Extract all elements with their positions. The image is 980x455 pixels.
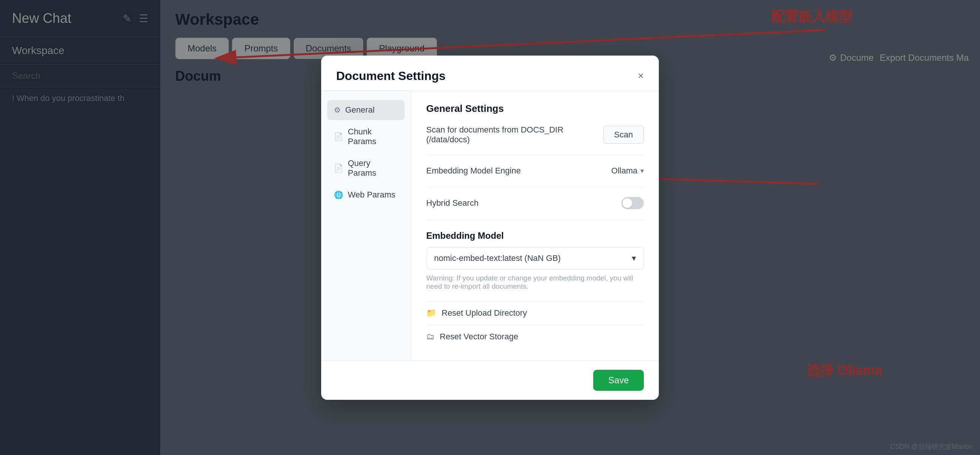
scan-row: Scan for documents from DOCS_DIR (/data/…: [426, 125, 644, 155]
save-button[interactable]: Save: [593, 370, 644, 391]
modal-main-content: General Settings Scan for documents from…: [411, 91, 659, 361]
embedding-model-section: Embedding Model nomic-embed-text:latest …: [426, 230, 644, 291]
globe-nav-icon: 🌐: [334, 190, 343, 200]
modal-nav-general[interactable]: ⚙ General: [327, 100, 405, 120]
gear-nav-icon: ⚙: [334, 105, 340, 115]
reset-vector-storage-label: Reset Vector Storage: [440, 332, 518, 342]
reset-upload-dir-label: Reset Upload Directory: [442, 308, 527, 318]
modal-nav-query-params-label: Query Params: [348, 158, 398, 178]
modal-nav-query-params[interactable]: 📄 Query Params: [327, 153, 405, 183]
embedding-warning-text: Warning: If you update or change your em…: [426, 274, 644, 291]
scan-button[interactable]: Scan: [603, 126, 644, 144]
general-settings-title: General Settings: [426, 103, 644, 115]
folder-icon: 📁: [426, 308, 436, 318]
modal-title: Document Settings: [336, 69, 446, 83]
hybrid-search-label: Hybrid Search: [426, 198, 478, 208]
scan-label: Scan for documents from DOCS_DIR (/data/…: [426, 125, 603, 145]
storage-icon: 🗂: [426, 332, 434, 342]
embedding-engine-row: Embedding Model Engine Ollama ▾: [426, 166, 644, 187]
modal-nav-chunk-params[interactable]: 📄 Chunk Params: [327, 121, 405, 152]
chevron-down-embed-icon: ▾: [632, 254, 636, 263]
embedding-model-value: nomic-embed-text:latest (NaN GB): [434, 254, 560, 263]
file2-nav-icon: 📄: [334, 164, 343, 173]
document-settings-modal: Document Settings × ⚙ General 📄 Chunk Pa…: [321, 56, 659, 400]
reset-vector-storage-action[interactable]: 🗂 Reset Vector Storage: [426, 325, 644, 348]
chevron-down-icon: ▾: [640, 167, 644, 175]
modal-close-button[interactable]: ×: [638, 70, 644, 81]
modal-overlay: Document Settings × ⚙ General 📄 Chunk Pa…: [0, 0, 980, 455]
embedding-model-title: Embedding Model: [426, 230, 644, 241]
embedding-model-select[interactable]: nomic-embed-text:latest (NaN GB) ▾: [426, 247, 644, 270]
engine-value: Ollama: [611, 166, 638, 176]
hybrid-search-toggle[interactable]: [621, 197, 644, 209]
file-nav-icon: 📄: [334, 132, 343, 141]
modal-header: Document Settings ×: [321, 56, 659, 91]
embedding-engine-label: Embedding Model Engine: [426, 166, 521, 176]
modal-nav-chunk-params-label: Chunk Params: [348, 127, 398, 147]
modal-body: ⚙ General 📄 Chunk Params 📄 Query Params …: [321, 91, 659, 361]
engine-select-dropdown[interactable]: Ollama ▾: [611, 166, 644, 176]
modal-nav-web-params[interactable]: 🌐 Web Params: [327, 185, 405, 205]
modal-nav-web-params-label: Web Params: [348, 190, 395, 200]
hybrid-search-row: Hybrid Search: [426, 197, 644, 220]
reset-upload-dir-action[interactable]: 📁 Reset Upload Directory: [426, 301, 644, 325]
hybrid-search-toggle-container: [621, 197, 644, 209]
modal-footer: Save: [321, 361, 659, 400]
modal-nav-sidebar: ⚙ General 📄 Chunk Params 📄 Query Params …: [321, 91, 411, 361]
modal-nav-general-label: General: [345, 105, 374, 115]
toggle-knob: [622, 198, 632, 208]
